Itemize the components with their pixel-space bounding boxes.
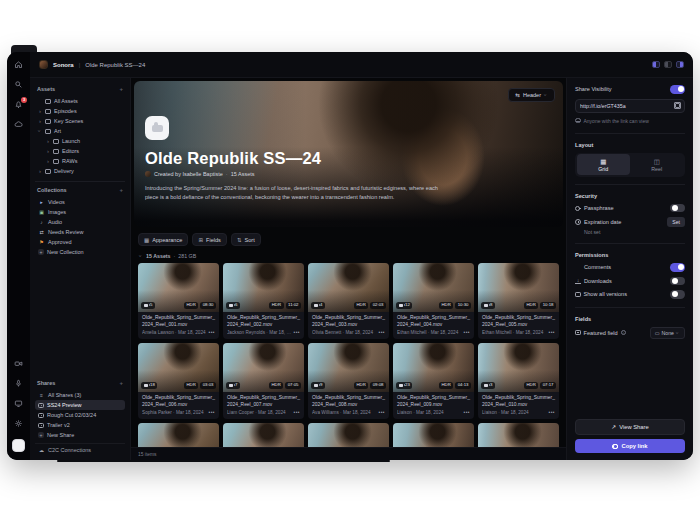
sidebar-item-episodes[interactable]: › Episodes	[35, 106, 125, 116]
sidebar-item-all-shares[interactable]: ≡ All Shares (3)	[35, 390, 125, 400]
sidebar-item-raws[interactable]: › RAWs	[35, 156, 125, 166]
more-options-icon[interactable]: •••	[294, 410, 300, 415]
add-collection-icon[interactable]: +	[119, 187, 123, 193]
asset-card[interactable]: 8 HDR10:18 Olde_Republik_Spring_Summer_2…	[478, 263, 559, 339]
video-thumbnail[interactable]	[223, 423, 304, 447]
home-icon[interactable]	[14, 60, 23, 69]
sidebar-item-new-collection[interactable]: + New Collection	[35, 247, 125, 257]
video-thumbnail[interactable]: 3 HDR07:17	[478, 343, 559, 392]
copy-link-button[interactable]: Copy link	[575, 439, 685, 453]
video-thumbnail[interactable]: 8 HDR10:18	[478, 263, 559, 312]
sidebar-item-editors[interactable]: › Editors	[35, 146, 125, 156]
video-thumbnail[interactable]: 23 HDR04:13	[393, 343, 474, 392]
asset-card[interactable]: 7 HDR07:05 Olde_Republik_Spring_Summer_2…	[223, 343, 304, 419]
asset-filename[interactable]: Olde_Republik_Spring_Summer_2024_Reel_00…	[478, 312, 559, 329]
asset-filename[interactable]: Olde_Republik_Spring_Summer_2024_Reel_00…	[393, 392, 474, 409]
share-visibility-toggle[interactable]	[670, 85, 685, 94]
video-thumbnail[interactable]: 4 HDR02:03	[308, 263, 389, 312]
video-thumbnail[interactable]	[478, 423, 559, 447]
add-asset-icon[interactable]: +	[119, 86, 123, 92]
layout-reel-option[interactable]: ◫ Reel	[630, 154, 684, 175]
asset-card[interactable]: 4 HDR02:03 Olde_Republik_Spring_Summer_2…	[308, 263, 389, 339]
sidebar-item-key-scenes[interactable]: › Key Scenes	[35, 116, 125, 126]
asset-card[interactable]: 18 HDR03:03 Olde_Republik_Spring_Summer_…	[138, 343, 219, 419]
asset-filename[interactable]: Olde_Republik_Spring_Summer_2024_Reel_00…	[138, 392, 219, 409]
asset-filename[interactable]: Olde_Republik_Spring_Summer_2024_Reel_00…	[308, 392, 389, 409]
comments-toggle[interactable]	[670, 263, 685, 272]
app-name[interactable]: Sonora	[53, 62, 74, 68]
sidebar-item-needs-review[interactable]: ⇄ Needs Review	[35, 227, 125, 237]
monitor-icon[interactable]	[14, 399, 23, 408]
sidebar-item-audio[interactable]: ♪ Audio	[35, 217, 125, 227]
more-options-icon[interactable]: •••	[549, 330, 555, 335]
sidebar-item-all-assets[interactable]: All Assets	[35, 96, 125, 106]
more-options-icon[interactable]: •••	[209, 330, 215, 335]
asset-filename[interactable]: Olde_Republik_Spring_Summer_2024_Reel_00…	[138, 312, 219, 329]
appearance-button[interactable]: ▦ Appearance	[138, 233, 188, 246]
breadcrumb[interactable]: Olde Republik SS—24	[85, 62, 145, 68]
sidebar-item-videos[interactable]: ▸ Videos	[35, 197, 125, 207]
microphone-icon[interactable]	[14, 379, 23, 388]
asset-card[interactable]: 9 HDR09:08 Olde_Republik_Spring_Summer_2…	[308, 343, 389, 419]
more-options-icon[interactable]: •••	[379, 410, 385, 415]
sidebar-item-approved[interactable]: ⚑ Approved	[35, 237, 125, 247]
more-options-icon[interactable]: •••	[464, 410, 470, 415]
toggle-left-panel-icon[interactable]	[652, 61, 660, 68]
sidebar-item-ss24-preview[interactable]: SS24 Preview	[35, 400, 125, 410]
asset-card[interactable]: 3 HDR07:17 Olde_Republik_Spring_Summer_2…	[478, 343, 559, 419]
share-url-input[interactable]	[580, 103, 675, 109]
passphrase-toggle[interactable]	[670, 204, 685, 213]
search-icon[interactable]	[14, 80, 23, 89]
more-options-icon[interactable]: •••	[379, 330, 385, 335]
sidebar-item-images[interactable]: ▣ Images	[35, 207, 125, 217]
notifications-bell-icon[interactable]: 3	[14, 100, 23, 109]
asset-card[interactable]: 23 HDR04:13 Olde_Republik_Spring_Summer_…	[393, 343, 474, 419]
video-thumbnail[interactable]: 18 HDR03:03	[138, 343, 219, 392]
workspace-avatar[interactable]	[12, 439, 25, 452]
sidebar-item-art[interactable]: › Art	[35, 126, 125, 136]
header-dropdown-button[interactable]: ⇆ Header ›	[508, 88, 555, 102]
set-expiration-button[interactable]: Set	[667, 217, 685, 227]
layout-grid-option[interactable]: ▦ Grid	[577, 154, 631, 175]
share-url-field[interactable]	[575, 99, 685, 113]
sort-button[interactable]: ⇅ Sort	[231, 233, 261, 246]
asset-card[interactable]: 6 HDR11:02 Olde_Republik_Spring_Summer_2…	[223, 263, 304, 339]
camera-icon[interactable]	[14, 359, 23, 368]
versions-toggle[interactable]	[670, 290, 685, 299]
asset-card[interactable]: 5 HDR08:30 Olde_Republik_Spring_Summer_2…	[138, 263, 219, 339]
toggle-center-panel-icon[interactable]	[664, 61, 672, 68]
asset-filename[interactable]: Olde_Republik_Spring_Summer_2024_Reel_00…	[223, 392, 304, 409]
video-thumbnail[interactable]: 7 HDR07:05	[223, 343, 304, 392]
toggle-right-panel-icon[interactable]	[676, 61, 684, 68]
featured-field-dropdown[interactable]: ▭ None ›	[650, 327, 685, 339]
asset-card[interactable]: 12 HDR10:30 Olde_Republik_Spring_Summer_…	[393, 263, 474, 339]
video-thumbnail[interactable]	[393, 423, 474, 447]
video-thumbnail[interactable]: 12 HDR10:30	[393, 263, 474, 312]
video-thumbnail[interactable]: 6 HDR11:02	[223, 263, 304, 312]
downloads-toggle[interactable]	[670, 277, 685, 286]
asset-filename[interactable]: Olde_Republik_Spring_Summer_2024_Reel_00…	[393, 312, 474, 329]
video-thumbnail[interactable]: 5 HDR08:30	[138, 263, 219, 312]
assets-summary-row[interactable]: › 15 Assets · 281 GB	[131, 250, 566, 263]
asset-filename[interactable]: Olde_Republik_Spring_Summer_2024_Reel_00…	[223, 312, 304, 329]
view-share-button[interactable]: ↗ View Share	[575, 419, 685, 435]
sidebar-item-rough-cut[interactable]: Rough Cut 02/03/24	[35, 410, 125, 420]
sidebar-item-delivery[interactable]: › Delivery	[35, 166, 125, 176]
fields-button[interactable]: ⊞ Fields	[192, 233, 227, 246]
add-share-icon[interactable]: +	[119, 380, 123, 386]
settings-gear-icon[interactable]	[14, 419, 23, 428]
video-thumbnail[interactable]	[308, 423, 389, 447]
copy-url-icon[interactable]	[675, 103, 680, 108]
asset-filename[interactable]: Olde_Republik_Spring_Summer_2024_Reel_01…	[478, 392, 559, 409]
c2c-connections[interactable]: ☁ C2C Connections	[35, 443, 125, 456]
video-thumbnail[interactable]	[138, 423, 219, 447]
more-options-icon[interactable]: •••	[549, 410, 555, 415]
more-options-icon[interactable]: •••	[464, 330, 470, 335]
asset-filename[interactable]: Olde_Republik_Spring_Summer_2024_Reel_00…	[308, 312, 389, 329]
cloud-upload-icon[interactable]	[14, 120, 23, 129]
more-options-icon[interactable]: •••	[209, 410, 215, 415]
sidebar-item-trailer-v2[interactable]: Trailer v2	[35, 420, 125, 430]
video-thumbnail[interactable]: 9 HDR09:08	[308, 343, 389, 392]
more-options-icon[interactable]: •••	[294, 330, 300, 335]
sidebar-item-launch[interactable]: › Launch	[35, 136, 125, 146]
